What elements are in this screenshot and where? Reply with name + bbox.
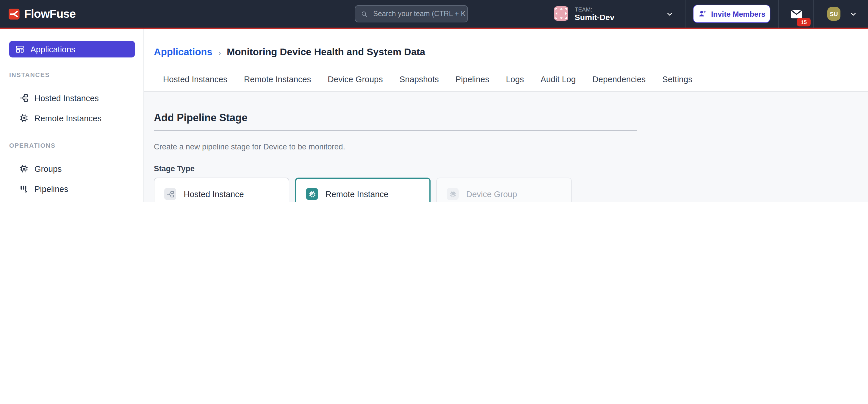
hosted-instances-icon (19, 93, 29, 103)
stage-type-option-label: Remote Instance (326, 190, 389, 199)
sidebar-item-bill-of-materials[interactable]: Bill Of Materials (0, 199, 144, 202)
sidebar-section-instances: INSTANCES (9, 71, 144, 79)
remote-instance-icon (306, 188, 318, 200)
stage-type-option-label: Hosted Instance (184, 190, 244, 199)
brand-name: FlowFuse (24, 7, 76, 20)
team-name: Sumit-Dev (575, 13, 614, 22)
team-label: TEAM: (575, 6, 614, 12)
top-navbar: FlowFuse TEAM: Sumit-Dev I (0, 0, 868, 29)
form-description: Create a new pipeline stage for Device t… (154, 143, 868, 151)
nav-divider (541, 0, 541, 28)
stage-type-label: Stage Type (154, 165, 868, 173)
user-menu-chevron-down-icon[interactable] (849, 10, 857, 18)
stage-type-hosted-instance[interactable]: Hosted Instance (154, 178, 289, 202)
tab-snapshots[interactable]: Snapshots (400, 73, 439, 86)
user-plus-icon (698, 9, 707, 19)
application-tabs: Hosted Instances Remote Instances Device… (163, 73, 868, 86)
notifications-button[interactable]: 15 (790, 9, 811, 28)
team-chevron-down-icon[interactable] (666, 10, 673, 18)
hosted-instance-icon (164, 188, 176, 200)
invite-members-button[interactable]: Invite Members (693, 5, 770, 23)
sidebar: Applications INSTANCES Hosted Instances … (0, 29, 144, 202)
flowfuse-logo-icon (9, 8, 20, 19)
groups-icon (19, 164, 29, 174)
tab-hosted-instances[interactable]: Hosted Instances (163, 73, 227, 86)
stage-type-options: Hosted Instance Remote Instance Device G… (154, 178, 868, 202)
sidebar-item-label: Groups (34, 164, 62, 173)
sidebar-item-label: Hosted Instances (34, 93, 99, 103)
tab-settings[interactable]: Settings (662, 73, 692, 86)
nav-divider (813, 0, 814, 28)
main-content: Applications › Monitoring Device Health … (144, 29, 868, 202)
form-divider (154, 131, 637, 131)
notification-count-badge: 15 (797, 18, 811, 26)
stage-type-option-label: Device Group (466, 190, 517, 199)
mail-icon (790, 9, 811, 19)
breadcrumb-applications-link[interactable]: Applications (154, 47, 212, 58)
sidebar-item-groups[interactable]: Groups (0, 158, 144, 179)
sidebar-item-label: Remote Instances (34, 114, 102, 123)
sidebar-item-pipelines[interactable]: Pipelines (0, 179, 144, 199)
remote-instances-icon (19, 113, 29, 123)
page-header: Applications › Monitoring Device Health … (144, 29, 868, 92)
search-input[interactable] (372, 9, 467, 19)
tab-device-groups[interactable]: Device Groups (328, 73, 383, 86)
team-selector[interactable]: TEAM: Sumit-Dev (554, 6, 614, 22)
applications-icon (15, 44, 25, 54)
sidebar-item-hosted-instances[interactable]: Hosted Instances (0, 88, 144, 108)
stage-type-device-group: Device Group (436, 178, 572, 202)
user-avatar[interactable]: SU (827, 7, 840, 21)
search-icon (361, 10, 368, 18)
tab-logs[interactable]: Logs (506, 73, 524, 86)
tab-remote-instances[interactable]: Remote Instances (244, 73, 311, 86)
stage-type-remote-instance[interactable]: Remote Instance (295, 178, 431, 202)
sidebar-item-applications[interactable]: Applications (9, 41, 135, 57)
page-title: Monitoring Device Health and System Data (227, 47, 425, 58)
breadcrumb: Applications › Monitoring Device Health … (154, 47, 868, 58)
form-title: Add Pipeline Stage (154, 113, 868, 123)
nav-divider (685, 0, 685, 28)
team-search[interactable] (355, 5, 468, 22)
invite-members-label: Invite Members (711, 9, 765, 18)
add-pipeline-stage-form: Add Pipeline Stage Create a new pipeline… (144, 92, 868, 202)
breadcrumb-separator: › (218, 48, 221, 57)
tab-pipelines[interactable]: Pipelines (456, 73, 489, 86)
team-avatar (554, 6, 568, 21)
nav-divider (778, 0, 779, 28)
sidebar-item-remote-instances[interactable]: Remote Instances (0, 108, 144, 128)
tab-audit-log[interactable]: Audit Log (540, 73, 576, 86)
sidebar-item-label: Pipelines (34, 184, 68, 193)
flowfuse-app: FlowFuse TEAM: Sumit-Dev I (0, 0, 868, 202)
sidebar-section-operations: OPERATIONS (9, 142, 144, 149)
device-group-icon (446, 188, 459, 200)
pipelines-icon (19, 184, 29, 194)
sidebar-item-label: Applications (30, 45, 75, 54)
tab-dependencies[interactable]: Dependencies (592, 73, 646, 86)
flowfuse-logo[interactable]: FlowFuse (9, 0, 76, 28)
